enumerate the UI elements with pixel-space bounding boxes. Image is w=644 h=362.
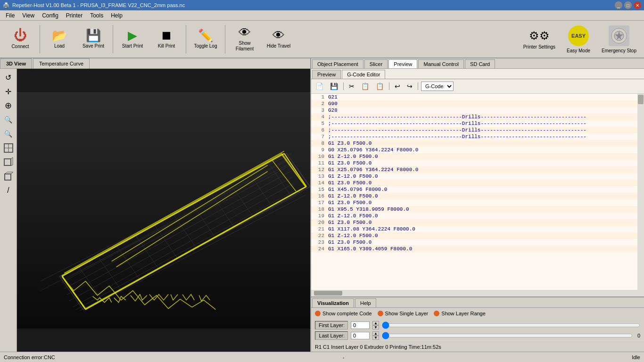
- easy-mode-button[interactable]: EASY Easy Mode: [563, 24, 594, 55]
- first-layer-input[interactable]: [351, 321, 370, 329]
- kill-print-button[interactable]: ⏹ Kill Print: [150, 22, 183, 56]
- gcode-new-button[interactable]: 📄: [313, 81, 326, 91]
- line-number: 24: [313, 246, 324, 252]
- first-layer-up[interactable]: ▲: [372, 321, 379, 325]
- radio-single-dot: [378, 311, 383, 316]
- move-icon[interactable]: ✛: [2, 85, 15, 98]
- line-number: 14: [313, 180, 324, 186]
- pan-icon[interactable]: ⊕: [2, 99, 15, 112]
- easy-mode-label: Easy Mode: [567, 48, 590, 53]
- gcode-editor-content[interactable]: 1 G21 2 G90 3 G28 4 ;-------------------…: [311, 94, 644, 290]
- gcode-line-15: 15 G1 X45.0796 F8000.0: [311, 186, 644, 193]
- gcode-hscroll-thumb[interactable]: [314, 291, 342, 296]
- printer-settings-label: Printer Settings: [523, 44, 555, 49]
- viz-tab-visualization[interactable]: Visualization: [312, 298, 354, 307]
- menu-help[interactable]: Help: [107, 11, 126, 20]
- line-number: 2: [313, 101, 324, 107]
- last-layer-input[interactable]: [351, 332, 370, 339]
- 3d-view-svg: [17, 69, 310, 352]
- toggle-log-button[interactable]: ✏️ Toggle Log: [189, 22, 222, 56]
- gcode-language-dropdown[interactable]: G-Code: [421, 82, 454, 91]
- tab-sd-card[interactable]: SD Card: [465, 59, 495, 68]
- connect-button[interactable]: ⏻ Connect: [4, 22, 37, 56]
- view-top-icon[interactable]: [2, 141, 15, 155]
- gcode-cut-button[interactable]: ✂: [347, 81, 357, 91]
- titlebar: 🖨️ Repetier-Host V1.00 Beta 1 - PRUSA_I3…: [0, 0, 644, 10]
- tab-manual-control[interactable]: Manual Control: [418, 59, 464, 68]
- view-front-icon[interactable]: [2, 170, 15, 183]
- save-print-button[interactable]: 💾 Save Print: [77, 22, 110, 56]
- menu-config[interactable]: Config: [38, 11, 62, 20]
- gcode-redo-button[interactable]: ↪: [405, 81, 415, 91]
- line-code: G1 Z-12.0 F500.0: [328, 154, 378, 159]
- close-button[interactable]: ✕: [634, 1, 641, 9]
- first-layer-slider[interactable]: [382, 321, 640, 329]
- radio-show-range[interactable]: Show Layer Range: [434, 311, 486, 316]
- rotate-icon[interactable]: ↺: [2, 71, 15, 84]
- save-print-label: Save Print: [83, 43, 104, 49]
- last-layer-row: Last Layer: ▲ ▼ 0: [315, 331, 640, 340]
- gcode-paste-button[interactable]: 📋: [373, 81, 386, 91]
- gcode-line-21: 21 G1 X117.08 Y364.2224 F8000.0: [311, 226, 644, 232]
- zoom-out-icon[interactable]: 🔍: [2, 127, 15, 140]
- menu-view[interactable]: View: [18, 11, 38, 20]
- gcode-sep1: [343, 82, 344, 90]
- start-print-button[interactable]: ▶ Start Print: [116, 22, 149, 56]
- maximize-button[interactable]: □: [624, 1, 632, 9]
- toggle-log-label: Toggle Log: [194, 43, 217, 49]
- left-panel: 3D View Temperature Curve ↺ ✛ ⊕ 🔍 🔍: [0, 58, 311, 352]
- start-icon: ▶: [128, 29, 137, 41]
- gcode-line-22: 22 G1 Z-12.0 F500.0: [311, 232, 644, 239]
- tab-preview[interactable]: Preview: [388, 59, 417, 68]
- viz-tab-help[interactable]: Help: [355, 298, 376, 307]
- first-layer-row: First Layer: ▲ ▼: [315, 321, 640, 329]
- ruler-icon[interactable]: /: [2, 184, 15, 197]
- line-number: 4: [313, 114, 324, 120]
- tab-3d-view[interactable]: 3D View: [0, 58, 32, 68]
- line-number: 23: [313, 239, 324, 245]
- menu-printer[interactable]: Printer: [62, 11, 86, 20]
- titlebar-controls: _ □ ✕: [615, 1, 641, 9]
- last-layer-slider[interactable]: [382, 332, 633, 339]
- subtab-gcode-editor[interactable]: G-Code Editor: [342, 70, 385, 79]
- radio-show-single[interactable]: Show Single Layer: [378, 311, 429, 316]
- zoom-in-icon[interactable]: 🔍: [2, 113, 15, 126]
- last-layer-down[interactable]: ▼: [372, 336, 379, 340]
- gcode-scrollbar[interactable]: [637, 94, 644, 290]
- sep3: [186, 25, 186, 53]
- show-filament-button[interactable]: 👁 Show Filament: [228, 22, 261, 56]
- gcode-scroll-thumb[interactable]: [638, 95, 644, 104]
- load-button[interactable]: 📂 Load: [43, 22, 76, 56]
- view-side-icon[interactable]: [2, 156, 15, 169]
- connect-icon: ⏻: [14, 29, 27, 42]
- line-number: 6: [313, 127, 324, 133]
- gcode-save-button[interactable]: 💾: [328, 81, 340, 91]
- tab-object-placement[interactable]: Object Placement: [312, 59, 363, 68]
- sep4: [225, 25, 225, 53]
- tab-temperature-curve[interactable]: Temperature Curve: [33, 58, 90, 68]
- last-layer-up[interactable]: ▲: [372, 331, 379, 336]
- gcode-undo-button[interactable]: ↩: [392, 81, 403, 91]
- radio-show-complete[interactable]: Show complete Code: [315, 311, 372, 316]
- emergency-stop-icon: [609, 25, 629, 46]
- gcode-copy-button[interactable]: 📋: [359, 81, 372, 91]
- minimize-button[interactable]: _: [615, 1, 622, 9]
- first-layer-down[interactable]: ▼: [372, 325, 379, 329]
- line-code: G1 X25.0796 Y364.2224 F8000.0: [328, 167, 418, 173]
- gcode-horizontal-scrollbar[interactable]: [311, 290, 644, 296]
- status-text: R1 C1 Insert Layer 0 Extruder 0 Printing…: [315, 344, 441, 350]
- menu-file[interactable]: File: [2, 11, 18, 20]
- sep2: [113, 25, 113, 53]
- view-content: ↺ ✛ ⊕ 🔍 🔍 /: [0, 69, 310, 352]
- sub-tabs: Preview G-Code Editor: [311, 69, 644, 79]
- radio-range-label: Show Layer Range: [441, 311, 486, 316]
- subtab-preview[interactable]: Preview: [312, 70, 341, 79]
- printer-settings-button[interactable]: ⚙⚙ Printer Settings: [520, 27, 559, 51]
- menu-tools[interactable]: Tools: [86, 11, 107, 20]
- emergency-stop-button[interactable]: Emergency Stop: [598, 24, 640, 55]
- hide-travel-button[interactable]: 👁 Hide Travel: [262, 22, 295, 56]
- tab-slicer[interactable]: Slicer: [364, 59, 388, 68]
- svg-rect-8: [5, 174, 11, 180]
- gcode-line-19: 19 G1 Z-12.0 F500.0: [311, 213, 644, 219]
- idle-text: Idle: [632, 354, 640, 360]
